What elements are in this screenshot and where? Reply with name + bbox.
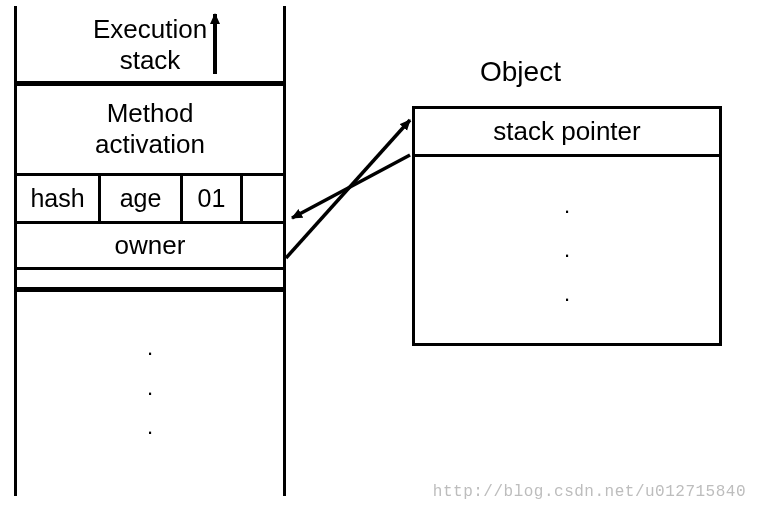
owner-to-object-arrow-icon — [286, 120, 410, 258]
method-activation-cell: Method activation — [17, 86, 283, 176]
object-header: stack pointer — [415, 109, 719, 157]
stackpointer-to-stack-arrow-icon — [292, 155, 410, 218]
method-line1: Method — [107, 98, 194, 128]
watermark-text: http://blog.csdn.net/u012715840 — [433, 483, 746, 501]
object-box: stack pointer . . . — [412, 106, 722, 346]
object-body-dots: . . . — [415, 157, 719, 343]
execution-stack-column: Execution stack Method activation hash a… — [14, 6, 286, 496]
field-rest — [243, 176, 283, 221]
stack-small-slot — [17, 270, 283, 292]
field-age: age — [101, 176, 183, 221]
stack-title-line2: stack — [120, 45, 181, 75]
field-bits: 01 — [183, 176, 243, 221]
field-hash: hash — [17, 176, 101, 221]
object-title: Object — [480, 56, 561, 88]
stack-vertical-dots: . . . — [17, 292, 283, 447]
stack-title-line1: Execution — [93, 14, 207, 44]
mark-word-row: hash age 01 — [17, 176, 283, 224]
owner-row: owner — [17, 224, 283, 270]
stack-title: Execution stack — [17, 6, 283, 86]
method-line2: activation — [95, 129, 205, 159]
owner-label: owner — [115, 230, 186, 261]
